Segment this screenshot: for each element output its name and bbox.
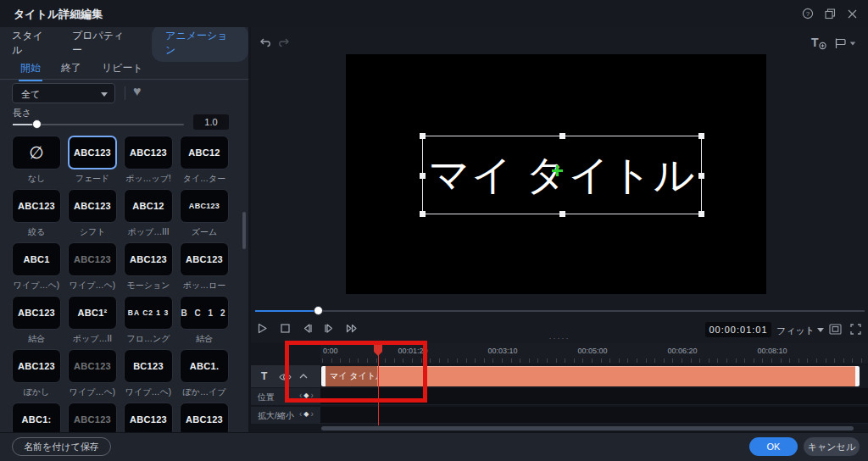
preset-thumbnail[interactable]: ABC123 [124, 136, 173, 169]
phase-tab[interactable]: 開始 [19, 58, 42, 81]
animation-preset[interactable]: ABC123 モーション [124, 242, 173, 296]
animation-preset[interactable]: ABC123 結合 [12, 296, 61, 349]
animation-preset[interactable]: ABC12 タイ…ター [180, 136, 229, 189]
animation-preset[interactable]: ABC123 ズーム [180, 189, 229, 242]
next-keyframe-icon[interactable]: › [311, 409, 314, 419]
clip-trim-handle-right[interactable] [855, 366, 860, 386]
timeline-horizontal-scrollbar[interactable] [321, 426, 854, 430]
anchor-point-icon[interactable] [552, 165, 563, 176]
resize-handle[interactable] [559, 133, 565, 139]
fast-forward-button[interactable] [345, 322, 359, 335]
clip-body[interactable] [377, 366, 855, 386]
fullscreen-icon[interactable] [850, 324, 861, 335]
animation-preset[interactable]: ABC123 [180, 403, 229, 432]
keyframe-navigator[interactable]: ‹ ◆ › [299, 409, 314, 419]
preset-thumbnail[interactable]: BA C2 1 3 [124, 296, 173, 330]
animation-preset[interactable]: ABC123 ぼかし [12, 349, 61, 403]
zoom-fit-select[interactable]: フィット [775, 322, 824, 337]
previous-keyframe-icon[interactable]: ‹ [299, 409, 302, 419]
animation-preset[interactable]: ABC1. ぼか…イプ [180, 349, 229, 403]
timeline-ruler[interactable]: 0:00 00:01:20 00:03:10 00:05:00 00:06:20… [320, 343, 868, 364]
cancel-button[interactable]: キャンセル [804, 437, 860, 456]
resize-handle[interactable] [698, 211, 704, 217]
stop-button[interactable] [279, 322, 292, 335]
preview-seekbar[interactable] [255, 306, 865, 316]
preset-thumbnail[interactable]: ABC123 [124, 403, 173, 432]
preset-thumbnail[interactable]: ABC123 [12, 189, 61, 223]
duration-value[interactable]: 1.0 [193, 114, 229, 130]
preset-thumbnail[interactable]: ABC123 [180, 189, 229, 223]
slider-thumb[interactable] [32, 119, 42, 129]
help-icon[interactable]: ? [802, 8, 814, 19]
animation-preset[interactable]: ABC123 シフト [68, 189, 117, 242]
preset-thumbnail[interactable]: ABC123 [68, 136, 117, 169]
preset-thumbnail[interactable]: ABC123 [12, 296, 61, 330]
previous-keyframe-icon[interactable]: ‹ [299, 391, 302, 401]
resize-handle[interactable] [420, 211, 426, 217]
preset-thumbnail[interactable]: ABC123 [68, 242, 117, 276]
seekbar-track[interactable] [255, 310, 865, 312]
animation-preset[interactable]: ABC123 [124, 403, 173, 432]
preset-thumbnail[interactable]: ABC12 [180, 136, 229, 169]
animation-preset[interactable]: B C 1 2 結合 [180, 296, 229, 349]
resize-handle[interactable] [420, 173, 426, 179]
playhead-line[interactable] [378, 345, 379, 425]
preset-thumbnail[interactable]: ABC123 [12, 349, 61, 383]
animation-preset[interactable]: ABC123 絞る [12, 189, 61, 242]
safe-area-icon[interactable] [829, 324, 842, 335]
preset-thumbnail[interactable]: B C 1 2 [180, 296, 229, 330]
undo-icon[interactable] [258, 37, 273, 48]
animation-preset[interactable]: ABC123 [68, 403, 117, 432]
animation-preset[interactable]: ABC123 フェード [68, 136, 117, 189]
preset-thumbnail[interactable]: ABC123 [180, 403, 229, 432]
panel-tab[interactable]: アニメーション [152, 27, 248, 62]
timecode-display[interactable]: 00:00:01:01 [705, 322, 771, 337]
keyframe-lane[interactable] [320, 407, 868, 424]
animation-preset[interactable]: ABC1 ワイプ…ヘ) [12, 242, 61, 296]
preset-thumbnail[interactable]: ABC1. [180, 349, 229, 383]
play-button[interactable] [256, 322, 269, 335]
panel-scrollbar[interactable] [242, 212, 246, 249]
title-clip[interactable]: マイ タイトル [321, 366, 860, 386]
clip-animation-segment[interactable]: マイ タイトル [326, 366, 377, 386]
keyframe-navigator[interactable]: ‹ ◆ › [299, 391, 314, 401]
restore-window-icon[interactable] [825, 8, 836, 19]
panel-tab[interactable]: プロパティー [72, 29, 131, 58]
previous-frame-button[interactable] [301, 322, 314, 335]
keyframe-lane[interactable] [320, 388, 868, 405]
preset-thumbnail[interactable]: ABC123 [124, 242, 173, 276]
panel-resize-handle[interactable]: ····· [546, 334, 573, 342]
preset-thumbnail[interactable]: BC123 [124, 349, 173, 383]
preset-thumbnail[interactable]: ABC1 [12, 242, 61, 276]
next-keyframe-icon[interactable]: › [311, 391, 314, 401]
redo-icon[interactable] [276, 37, 292, 48]
animation-preset[interactable]: ABC123 ポッ…ップ! [124, 136, 173, 189]
preset-thumbnail[interactable]: ABC12 [124, 189, 173, 223]
animation-preset[interactable]: ∅ なし [12, 136, 61, 189]
phase-tab[interactable]: リピート [100, 58, 145, 80]
preset-thumbnail[interactable]: ABC123 [68, 189, 117, 223]
next-frame-button[interactable] [323, 322, 336, 335]
animation-preset[interactable]: ABC1: [12, 403, 61, 432]
resize-handle[interactable] [698, 173, 704, 179]
animation-preset[interactable]: ABC123 ワイプ…ヘ) [68, 242, 117, 296]
animation-preset[interactable]: ABC123 ワイプ…ヘ) [68, 349, 117, 403]
seekbar-thumb[interactable] [314, 306, 323, 315]
preset-thumbnail[interactable]: ABC1: [12, 403, 61, 432]
animation-preset[interactable]: ABC12 ポップ…III [124, 189, 173, 242]
category-select[interactable]: 全て [12, 83, 115, 103]
duration-slider[interactable] [13, 119, 184, 131]
phase-tab[interactable]: 終了 [59, 58, 83, 80]
preset-thumbnail[interactable]: ABC123 [68, 403, 117, 432]
favorites-heart-icon[interactable]: ♥ [133, 84, 142, 99]
add-text-icon[interactable]: T [810, 36, 827, 50]
animation-preset[interactable]: BC123 ワイプ…ヘ) [124, 349, 173, 403]
preset-thumbnail[interactable]: ABC123 [68, 349, 117, 383]
keyframe-diamond-icon[interactable]: ◆ [303, 391, 309, 401]
track-visibility-eye-icon[interactable] [279, 372, 292, 382]
preset-thumbnail[interactable]: ABC1² [68, 296, 117, 330]
preset-thumbnail[interactable]: ABC123 [180, 242, 229, 276]
keyframe-diamond-icon[interactable]: ◆ [303, 409, 309, 419]
preset-thumbnail[interactable]: ∅ [12, 136, 61, 169]
close-icon[interactable] [847, 8, 858, 19]
